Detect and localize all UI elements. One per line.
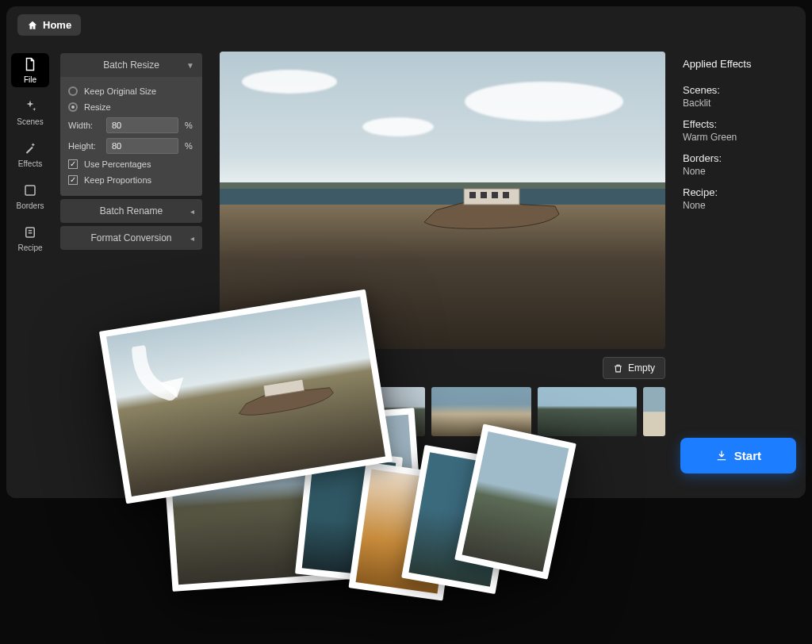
ship-shape bbox=[420, 182, 563, 238]
keep-proportions-label: Keep Proportions bbox=[84, 175, 151, 185]
border-icon bbox=[22, 182, 38, 198]
filmstrip-bar: Images Total 12 pieces Empty bbox=[220, 349, 665, 379]
topbar: Home bbox=[6, 6, 806, 44]
rail-item-effects[interactable]: Effects bbox=[11, 137, 49, 171]
width-row: Width: % bbox=[68, 115, 194, 136]
rail-label: Recipe bbox=[17, 243, 42, 252]
main-body: File Scenes Effects Borders bbox=[6, 44, 806, 498]
keep-original-radio[interactable]: Keep Original Size bbox=[68, 83, 194, 99]
effects-label: Effects: bbox=[683, 118, 795, 130]
borders-value: None bbox=[683, 166, 795, 177]
resize-label: Resize bbox=[84, 102, 111, 112]
height-input[interactable] bbox=[106, 138, 178, 154]
format-conversion-title: Format Conversion bbox=[90, 232, 171, 243]
empty-button[interactable]: Empty bbox=[603, 357, 665, 379]
applied-effects-title: Applied Effects bbox=[683, 58, 795, 70]
svg-rect-7 bbox=[492, 192, 498, 198]
images-button[interactable]: Images bbox=[220, 357, 271, 379]
download-icon bbox=[715, 450, 728, 462]
thumbnail[interactable] bbox=[326, 387, 426, 436]
radio-on-icon bbox=[68, 102, 78, 112]
home-label: Home bbox=[43, 19, 71, 31]
center-area: Images Total 12 pieces Empty bbox=[209, 44, 675, 498]
batch-rename-section: Batch Rename ◂ bbox=[60, 199, 202, 223]
scenes-value: Backlit bbox=[683, 98, 795, 109]
preview-image bbox=[220, 52, 665, 349]
batch-resize-header[interactable]: Batch Resize ▼ bbox=[60, 53, 202, 77]
options-panel: Batch Resize ▼ Keep Original Size Resize… bbox=[54, 44, 209, 498]
total-count: Total 12 pieces bbox=[282, 362, 346, 374]
thumbnail-row bbox=[220, 379, 665, 436]
radio-off-icon bbox=[68, 86, 78, 96]
start-label: Start bbox=[734, 449, 761, 462]
chevron-left-icon: ◂ bbox=[190, 234, 194, 243]
resize-radio[interactable]: Resize bbox=[68, 99, 194, 115]
wand-icon bbox=[22, 140, 38, 156]
left-rail: File Scenes Effects Borders bbox=[6, 44, 54, 498]
width-unit: % bbox=[183, 121, 194, 130]
sparkle-icon bbox=[22, 98, 38, 114]
svg-rect-8 bbox=[503, 192, 509, 198]
format-conversion-section: Format Conversion ◂ bbox=[60, 226, 202, 250]
keep-original-label: Keep Original Size bbox=[84, 86, 156, 96]
rail-item-borders[interactable]: Borders bbox=[11, 179, 49, 213]
svg-rect-6 bbox=[481, 192, 487, 198]
scenes-label: Scenes: bbox=[683, 84, 795, 96]
file-icon bbox=[22, 56, 38, 72]
chevron-left-icon: ◂ bbox=[190, 207, 194, 216]
app-window: Home File Scenes Effects bbox=[6, 6, 806, 498]
use-percentages-checkbox[interactable]: ✓ Use Percentages bbox=[68, 156, 194, 172]
empty-label: Empty bbox=[628, 362, 655, 374]
use-percentages-label: Use Percentages bbox=[84, 159, 151, 169]
applied-effects-panel: Applied Effects Scenes: Backlit Effects:… bbox=[675, 44, 806, 498]
recipe-label: Recipe: bbox=[683, 186, 795, 198]
batch-resize-section: Batch Resize ▼ Keep Original Size Resize… bbox=[60, 53, 202, 196]
home-icon bbox=[27, 20, 38, 31]
images-label: Images bbox=[230, 362, 261, 374]
rail-label: Borders bbox=[16, 201, 44, 210]
rail-item-file[interactable]: File bbox=[11, 53, 49, 87]
svg-rect-5 bbox=[469, 192, 476, 198]
effects-value: Warm Green bbox=[683, 132, 795, 143]
width-input[interactable] bbox=[106, 117, 178, 133]
check-icon: ✓ bbox=[68, 175, 78, 185]
start-button[interactable]: Start bbox=[680, 438, 796, 473]
batch-rename-header[interactable]: Batch Rename ◂ bbox=[60, 199, 202, 223]
rail-label: File bbox=[24, 75, 36, 84]
rail-item-scenes[interactable]: Scenes bbox=[11, 95, 49, 129]
thumbnail[interactable] bbox=[538, 387, 638, 436]
rail-label: Scenes bbox=[17, 117, 43, 126]
keep-proportions-checkbox[interactable]: ✓ Keep Proportions bbox=[68, 172, 194, 188]
thumbnail[interactable] bbox=[431, 387, 531, 436]
trash-icon bbox=[613, 363, 623, 374]
rail-label: Effects bbox=[18, 159, 42, 168]
width-label: Width: bbox=[68, 121, 102, 130]
batch-rename-title: Batch Rename bbox=[100, 205, 163, 217]
batch-resize-body: Keep Original Size Resize Width: % Heigh… bbox=[60, 77, 202, 196]
thumbnail[interactable] bbox=[220, 387, 320, 436]
batch-resize-title: Batch Resize bbox=[103, 59, 159, 71]
check-icon: ✓ bbox=[68, 159, 78, 169]
thumbnail[interactable] bbox=[643, 387, 665, 436]
rail-item-recipe[interactable]: Recipe bbox=[11, 221, 49, 255]
height-unit: % bbox=[183, 141, 194, 151]
format-conversion-header[interactable]: Format Conversion ◂ bbox=[60, 226, 202, 250]
borders-label: Borders: bbox=[683, 152, 795, 164]
height-row: Height: % bbox=[68, 136, 194, 156]
recipe-icon bbox=[22, 224, 38, 240]
chevron-down-icon: ▼ bbox=[186, 61, 194, 70]
svg-rect-0 bbox=[25, 186, 35, 195]
height-label: Height: bbox=[68, 141, 102, 151]
home-button[interactable]: Home bbox=[17, 14, 81, 36]
recipe-value: None bbox=[683, 200, 795, 211]
